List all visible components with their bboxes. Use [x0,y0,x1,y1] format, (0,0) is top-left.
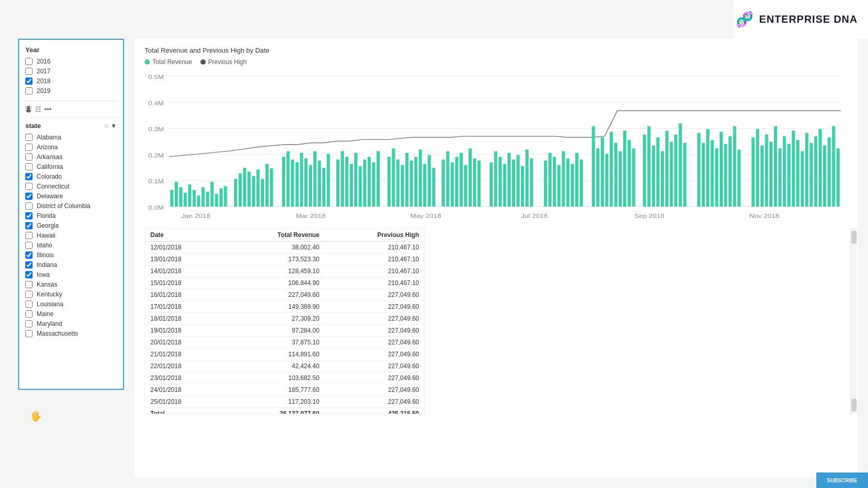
cell-total-revenue: 38,002.40 [224,242,324,254]
legend-prev-high-dot [200,59,206,65]
svg-rect-53 [372,162,375,207]
state-idaho-checkbox[interactable] [25,242,33,249]
state-kansas[interactable]: Kansas [25,281,117,288]
state-florida[interactable]: Florida [25,212,117,219]
svg-rect-59 [405,153,408,207]
state-idaho[interactable]: Idaho [25,242,117,249]
subscribe-bar[interactable]: SUBSCRIBE [816,473,868,488]
svg-text:Nov 2018: Nov 2018 [749,212,779,219]
state-maine-checkbox[interactable] [25,310,33,318]
right-scrollbar[interactable] [850,228,857,414]
year-2018-checkbox[interactable] [25,77,33,85]
state-arizona-checkbox[interactable] [25,144,33,151]
table-row: 23/01/2018 103,682.50 227,049.60 [145,372,424,384]
state-arkansas-checkbox[interactable] [25,153,33,161]
state-arizona[interactable]: Arizona [25,144,117,151]
collapse-state-icon[interactable]: ▼ [111,122,117,130]
year-2018-item[interactable]: 2018 [25,77,117,85]
state-maryland-checkbox[interactable] [25,320,33,327]
state-indiana-checkbox[interactable] [25,261,33,269]
svg-rect-96 [601,137,604,207]
svg-rect-93 [580,160,583,207]
filter-icon[interactable]: ⛇ [25,105,32,113]
svg-rect-21 [210,182,213,207]
state-massachusetts[interactable]: Massachusetts [25,330,117,337]
state-massachusetts-checkbox[interactable] [25,330,33,337]
cell-prev-high: 227,049.60 [324,349,424,360]
year-2017-item[interactable]: 2017 [25,68,117,75]
state-maine[interactable]: Maine [25,310,117,318]
col-date: Date [145,229,224,242]
svg-rect-90 [566,159,569,207]
state-indiana[interactable]: Indiana [25,261,117,269]
svg-rect-141 [828,137,831,207]
legend-prev-high-label: Previous High [208,58,247,66]
state-dc[interactable]: District of Columbia [25,202,117,210]
svg-rect-116 [706,129,709,207]
cell-date: 23/01/2018 [145,372,224,384]
table-row: 19/01/2018 97,284.00 227,049.60 [145,325,424,337]
svg-rect-114 [697,133,700,207]
svg-rect-128 [769,141,772,207]
table-section: Date Total Revenue Previous High 12/01/2… [145,228,847,414]
scrollbar-thumb-bottom [851,399,857,412]
state-iowa[interactable]: Iowa [25,271,117,278]
state-kentucky-checkbox[interactable] [25,291,33,298]
state-colorado[interactable]: Colorado [25,173,117,180]
svg-rect-92 [575,153,578,207]
state-hawaii-checkbox[interactable] [25,232,33,239]
svg-rect-112 [679,123,682,207]
state-florida-checkbox[interactable] [25,212,33,219]
cell-prev-high: 210,467.10 [324,265,424,277]
state-california-checkbox[interactable] [25,163,33,170]
state-alabama[interactable]: Alabama [25,134,117,141]
svg-rect-14 [179,187,182,207]
cell-total-revenue: 114,891.60 [224,349,324,360]
year-2017-checkbox[interactable] [25,68,33,75]
state-alabama-checkbox[interactable] [25,134,33,141]
state-louisiana[interactable]: Louisiana [25,301,117,308]
svg-rect-109 [665,131,669,207]
state-connecticut-checkbox[interactable] [25,183,33,190]
cell-total-revenue: 97,284.00 [224,325,324,337]
data-table-wrapper[interactable]: Date Total Revenue Previous High 12/01/2… [145,228,425,414]
state-colorado-checkbox[interactable] [25,173,33,180]
year-2019-checkbox[interactable] [25,87,33,95]
clear-state-icon[interactable]: ⎋ [105,122,109,130]
state-illinois[interactable]: Illinois [25,251,117,259]
svg-rect-23 [220,188,223,207]
grid-icon[interactable]: ☷ [35,105,41,113]
svg-rect-29 [252,176,255,207]
cell-prev-high: 210,467.10 [324,242,424,254]
state-georgia[interactable]: Georgia [25,222,117,229]
state-iowa-checkbox[interactable] [25,271,33,278]
state-arkansas[interactable]: Arkansas [25,153,117,161]
state-maryland[interactable]: Maryland [25,320,117,327]
cell-date: 25/01/2018 [145,396,224,408]
svg-rect-34 [282,156,285,207]
table-row: 14/01/2018 128,459.10 210,467.10 [145,265,424,277]
year-2019-item[interactable]: 2019 [25,87,117,95]
cell-total-revenue: 117,203.10 [224,396,324,408]
state-kansas-checkbox[interactable] [25,281,33,288]
state-illinois-checkbox[interactable] [25,251,33,259]
svg-rect-73 [473,159,476,207]
svg-rect-117 [710,140,714,207]
year-2016-item[interactable]: 2016 [25,58,117,65]
state-hawaii[interactable]: Hawaii [25,232,117,239]
state-louisiana-checkbox[interactable] [25,301,33,308]
state-kentucky[interactable]: Kentucky [25,291,117,298]
state-connecticut[interactable]: Connecticut [25,183,117,190]
state-dc-checkbox[interactable] [25,202,33,210]
state-delaware-checkbox[interactable] [25,193,33,200]
svg-rect-130 [778,148,781,207]
state-california[interactable]: California [25,163,117,170]
cell-prev-high: 210,467.10 [324,277,424,289]
more-icon[interactable]: ••• [44,105,52,113]
col-total-revenue: Total Revenue [224,229,324,242]
svg-rect-41 [313,151,316,207]
svg-text:Jan 2018: Jan 2018 [181,212,210,219]
year-2016-checkbox[interactable] [25,58,33,65]
state-georgia-checkbox[interactable] [25,222,33,229]
state-delaware[interactable]: Delaware [25,193,117,200]
